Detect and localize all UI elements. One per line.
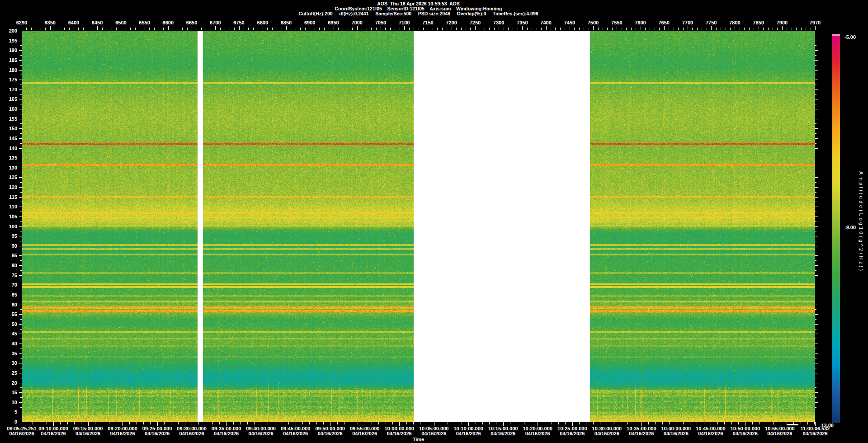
- top-axis-minor-tick: [730, 28, 731, 30]
- time-axis-major-tick: [538, 422, 538, 426]
- time-axis-minor-tick: [185, 422, 185, 424]
- time-axis-major-tick: [22, 422, 22, 426]
- top-axis-major-tick: [664, 26, 665, 30]
- time-axis-minor-tick: [517, 422, 517, 424]
- time-axis-minor-tick: [579, 422, 580, 424]
- top-axis-minor-tick: [560, 28, 561, 30]
- time-axis-minor-tick: [704, 422, 704, 424]
- time-axis-major-tick: [88, 422, 89, 426]
- top-axis-minor-tick: [461, 28, 462, 30]
- top-axis-minor-tick: [348, 28, 348, 30]
- time-axis-major-tick: [572, 422, 573, 426]
- colorbar: [832, 34, 840, 423]
- freq-axis-tick-label: 80: [3, 263, 17, 268]
- top-axis-tick-label: 6950: [322, 20, 345, 25]
- time-axis-minor-tick: [635, 422, 635, 424]
- top-axis-tick-label: 6350: [38, 20, 62, 25]
- top-axis-minor-tick: [253, 28, 254, 30]
- right-axis-major-tick: [815, 70, 818, 71]
- right-axis-minor-tick: [815, 153, 816, 153]
- time-axis-minor-tick: [67, 422, 68, 424]
- freq-axis-tick-label: 45: [3, 331, 17, 336]
- freq-axis-tick-label: 75: [3, 273, 17, 278]
- right-axis-major-tick: [815, 50, 818, 51]
- right-axis-minor-tick: [815, 114, 816, 114]
- top-axis-minor-tick: [508, 28, 509, 30]
- top-axis-minor-tick: [683, 28, 684, 30]
- right-axis-minor-tick: [815, 202, 816, 202]
- top-axis-minor-tick: [159, 28, 159, 30]
- time-axis-minor-tick: [60, 422, 61, 424]
- top-axis-minor-tick: [692, 28, 693, 30]
- right-axis-minor-tick: [815, 231, 816, 231]
- top-axis-minor-tick: [513, 28, 513, 30]
- time-axis-minor-tick: [738, 422, 739, 424]
- right-axis-minor-tick: [815, 309, 816, 310]
- right-axis-major-tick: [815, 60, 818, 61]
- top-axis-minor-tick: [801, 28, 802, 30]
- freq-axis-tick-label: 105: [3, 214, 17, 219]
- top-axis-minor-tick: [187, 28, 188, 30]
- right-axis-minor-tick: [815, 222, 816, 222]
- right-axis-major-tick: [815, 305, 818, 305]
- time-axis-major-tick: [53, 422, 54, 426]
- top-axis-minor-tick: [282, 28, 282, 30]
- colorbar-axis-title: Amplitude(Log10(g^2/Hz)): [859, 171, 864, 273]
- right-axis-minor-tick: [815, 280, 816, 280]
- top-axis-tick-label: 6800: [251, 20, 274, 25]
- spectrogram-canvas[interactable]: [22, 31, 815, 422]
- top-axis-minor-tick: [796, 28, 797, 30]
- top-axis-minor-tick: [589, 28, 589, 30]
- top-axis-tick-label: 7700: [676, 20, 699, 25]
- top-axis-minor-tick: [768, 28, 769, 30]
- top-axis-minor-tick: [721, 28, 721, 30]
- top-axis-tick-label: 7000: [345, 20, 369, 25]
- top-axis-major-tick: [593, 26, 594, 30]
- top-axis-minor-tick: [329, 28, 329, 30]
- time-axis-minor-tick: [655, 422, 656, 424]
- freq-axis-tick-label: 155: [3, 117, 17, 122]
- freq-axis-tick-label: 5: [3, 410, 17, 415]
- top-axis-minor-tick: [447, 28, 447, 30]
- time-axis-minor-tick: [627, 422, 628, 424]
- time-axis-minor-tick: [600, 422, 600, 424]
- top-axis-minor-tick: [754, 28, 754, 30]
- top-axis-minor-tick: [579, 28, 580, 30]
- right-axis-major-tick: [815, 314, 818, 315]
- time-axis-minor-tick: [206, 422, 206, 424]
- top-axis-minor-tick: [258, 28, 258, 30]
- time-axis-minor-tick: [309, 422, 310, 424]
- time-axis-minor-tick: [372, 422, 372, 424]
- top-axis-minor-tick: [367, 28, 367, 30]
- time-axis-minor-tick: [240, 422, 241, 424]
- time-axis-major-tick: [399, 422, 400, 426]
- top-axis-minor-tick: [674, 28, 674, 30]
- time-axis-major-tick: [365, 422, 365, 426]
- top-axis-major-tick: [475, 26, 476, 30]
- top-axis-minor-tick: [116, 28, 117, 30]
- freq-axis-tick-label: 15: [3, 390, 17, 395]
- top-axis-tick-label: 6550: [133, 20, 156, 25]
- top-axis-tick-label: 7650: [652, 20, 676, 25]
- top-axis-major-tick: [759, 26, 759, 30]
- right-axis-major-tick: [815, 363, 818, 363]
- top-axis-minor-tick: [55, 28, 55, 30]
- top-axis-minor-tick: [135, 28, 136, 30]
- right-axis-major-tick: [815, 324, 818, 325]
- top-axis-tick-label: 7050: [369, 20, 392, 25]
- top-axis-minor-tick: [697, 28, 698, 30]
- colorbar-mid-label: -9.00: [844, 225, 856, 230]
- top-axis-minor-tick: [225, 28, 225, 30]
- top-axis-tick-label: 6650: [180, 20, 203, 25]
- top-axis-minor-tick: [622, 28, 622, 30]
- time-axis-major-tick: [123, 422, 123, 426]
- top-axis-major-tick: [74, 26, 74, 30]
- time-axis-minor-tick: [150, 422, 151, 424]
- top-axis-tick-label: 6290: [10, 20, 33, 25]
- right-axis-major-tick: [815, 246, 818, 246]
- right-axis-minor-tick: [815, 212, 816, 212]
- right-axis-minor-tick: [815, 358, 816, 358]
- top-axis-minor-tick: [603, 28, 603, 30]
- time-axis-minor-tick: [731, 422, 732, 424]
- time-axis-minor-tick: [621, 422, 621, 424]
